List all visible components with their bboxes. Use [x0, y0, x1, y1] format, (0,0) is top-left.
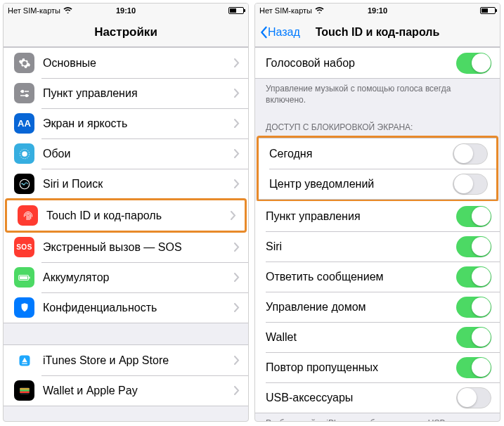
settings-row-general[interactable]: Основные [4, 48, 248, 78]
switch-notif[interactable] [453, 174, 488, 195]
row-label: Управление домом [266, 294, 456, 321]
row-label: Пункт управления [43, 80, 234, 107]
switch-siri[interactable] [456, 236, 491, 257]
row-label: Основные [43, 50, 234, 77]
gear-icon [14, 53, 34, 73]
usb-footer: Разблокируйте iPhone, чтобы разрешить US… [255, 413, 500, 421]
navbar: Настройки [4, 18, 248, 47]
navbar: Назад Touch ID и код-пароль [255, 18, 500, 47]
touch-icon [18, 205, 38, 226]
settings-row-touchid[interactable]: Touch ID и код-пароль [7, 200, 245, 231]
row-label: Ответить сообщением [266, 264, 456, 290]
row-label: Обои [43, 141, 234, 167]
row-label: Siri и Поиск [43, 171, 234, 198]
back-label: Назад [268, 26, 300, 39]
settings-row-siri[interactable]: Siri и Поиск [4, 169, 248, 199]
chevron-right-icon [234, 58, 240, 67]
clock: 19:10 [116, 6, 136, 15]
chevron-right-icon [234, 119, 240, 128]
row-label: Конфиденциальность [43, 295, 234, 321]
chevron-right-icon [234, 179, 240, 188]
settings-row-privacy[interactable]: Конфиденциальность [4, 292, 248, 323]
chevron-right-icon [231, 211, 236, 220]
row-label: Touch ID и код-пароль [46, 202, 231, 229]
settings-row-control[interactable]: Пункт управления [4, 78, 248, 108]
wifi-icon [315, 6, 324, 15]
svg-point-6 [22, 151, 27, 157]
svg-rect-11 [20, 276, 27, 278]
svg-rect-16 [20, 389, 30, 391]
switch-home[interactable] [456, 297, 491, 318]
settings-row-wallpaper[interactable]: Обои [4, 138, 248, 169]
page-title: Настройки [94, 25, 157, 39]
batt-icon [14, 267, 34, 288]
lockscreen-access-list[interactable]: Голосовой наборУправление музыкой с помо… [255, 47, 500, 421]
switch-missed[interactable] [456, 357, 491, 378]
lock-toggle-notif[interactable]: Центр уведомлений [259, 169, 496, 199]
settings-row-sos[interactable]: SOSЭкстренный вызов — SOS [4, 232, 248, 262]
settings-list[interactable]: ОсновныеПункт управленияAAЭкран и яркост… [4, 47, 248, 421]
row-label: Аккумулятор [43, 264, 234, 291]
svg-point-3 [25, 94, 27, 96]
lock-toggle-usb[interactable]: USB-аксессуары [255, 382, 500, 413]
battery-icon [228, 7, 244, 14]
chevron-right-icon [234, 303, 240, 312]
row-label: Wallet [266, 324, 456, 351]
highlight-box: Touch ID и код-пароль [5, 198, 247, 233]
switch-cc[interactable] [456, 206, 491, 227]
svg-rect-10 [29, 276, 30, 278]
voice-dial-switch[interactable] [456, 53, 491, 74]
settings-row-itunes[interactable]: iTunes Store и App Store [4, 345, 248, 375]
chevron-right-icon [234, 386, 240, 395]
priv-icon [14, 297, 34, 318]
sos-icon: SOS [14, 237, 34, 257]
itunes-icon [14, 350, 34, 370]
lock-toggle-cc[interactable]: Пункт управления [255, 201, 500, 231]
switch-today[interactable] [453, 143, 488, 164]
chevron-right-icon [234, 273, 240, 282]
back-button[interactable]: Назад [259, 26, 300, 39]
row-label: Пункт управления [266, 203, 456, 230]
settings-row-display[interactable]: AAЭкран и яркость [4, 108, 248, 138]
voice-dial-row[interactable]: Голосовой набор [255, 48, 500, 78]
lock-toggle-wallet[interactable]: Wallet [255, 322, 500, 352]
switch-usb[interactable] [456, 387, 491, 408]
clock: 19:10 [368, 6, 387, 15]
chevron-right-icon [234, 243, 240, 252]
chevron-right-icon [234, 149, 240, 158]
row-label: iTunes Store и App Store [43, 347, 234, 374]
battery-icon [480, 7, 496, 14]
siri-icon [14, 174, 34, 194]
touchid-passcode-screen: Нет SIM-карты 19:10 Назад Touch ID и код… [254, 3, 500, 422]
switch-wallet[interactable] [456, 327, 491, 348]
row-label: Центр уведомлений [269, 171, 453, 198]
row-label: Сегодня [269, 141, 453, 167]
lock-access-header: ДОСТУП С БЛОКИРОВКОЙ ЭКРАНА: [255, 112, 500, 136]
settings-row-battery[interactable]: Аккумулятор [4, 262, 248, 292]
status-bar: Нет SIM-карты 19:10 [4, 4, 248, 18]
chevron-right-icon [234, 356, 240, 365]
wall-icon [14, 143, 34, 164]
lock-toggle-reply[interactable]: Ответить сообщением [255, 262, 500, 292]
lock-toggle-today[interactable]: Сегодня [259, 138, 496, 169]
row-label: Wallet и Apple Pay [43, 377, 234, 404]
wallet-icon [14, 380, 34, 401]
svg-rect-17 [20, 391, 30, 392]
page-title: Touch ID и код-пароль [316, 26, 440, 39]
status-bar: Нет SIM-карты 19:10 [255, 4, 500, 18]
carrier-text: Нет SIM-карты [259, 6, 312, 15]
lock-toggle-siri[interactable]: Siri [255, 231, 500, 262]
lock-toggle-missed[interactable]: Повтор пропущенных [255, 352, 500, 382]
ctrl-icon [14, 83, 34, 103]
row-label: Повтор пропущенных [266, 354, 456, 381]
switch-reply[interactable] [456, 266, 491, 288]
wifi-icon [63, 6, 72, 15]
settings-row-wallet[interactable]: Wallet и Apple Pay [4, 375, 248, 406]
row-label: Экран и яркость [43, 110, 234, 137]
row-label: Siri [266, 233, 456, 260]
row-label: Экстренный вызов — SOS [43, 234, 234, 261]
lock-toggle-home[interactable]: Управление домом [255, 292, 500, 322]
svg-rect-15 [20, 388, 30, 389]
carrier-text: Нет SIM-карты [8, 6, 60, 15]
svg-rect-13 [22, 363, 27, 363]
